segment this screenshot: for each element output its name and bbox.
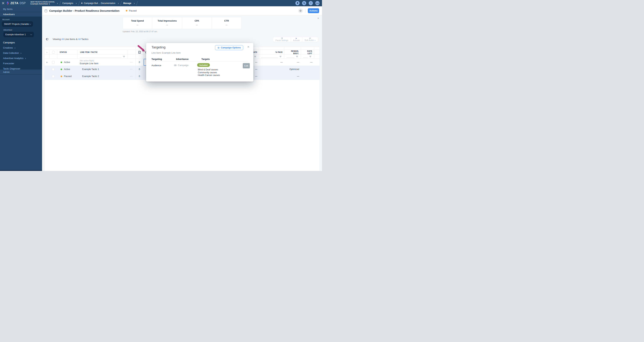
creatives-count-cell[interactable]: 0 [135, 73, 144, 80]
logo-dsp-text: DSP [20, 2, 26, 5]
bulk-action-button[interactable]: Bulk Action ∨ [302, 37, 318, 42]
chevron-right-icon: › [14, 46, 16, 49]
creatives-count-cell[interactable]: 0 [135, 59, 144, 66]
collapse-row-chevron[interactable]: ∨ [44, 59, 49, 66]
target-item: Blind & Deaf causes [198, 68, 220, 71]
chevron-down-icon [30, 33, 32, 35]
row-checkbox[interactable] [52, 68, 54, 71]
breadcrumb-campaigns[interactable]: Campaigns › [62, 2, 77, 5]
modal-close-icon[interactable]: × [247, 45, 250, 49]
breadcrumb-separator [59, 1, 61, 5]
stats-close-icon[interactable]: × [317, 17, 319, 20]
breadcrumb: SMART PROJECTS (VARIABLE MARGIN) Example… [30, 0, 139, 6]
sidebar-item-creatives[interactable]: Creatives › [0, 45, 42, 50]
chevron-right-icon: › [20, 52, 22, 55]
calendar-icon [44, 9, 47, 12]
row-menu-button[interactable]: ••• [128, 73, 135, 80]
sidebar-item-advertiser-analytics[interactable]: Advertiser Analytics › [0, 56, 42, 61]
sidebar-item-data-collection[interactable]: Data Collection › [0, 50, 42, 56]
zeta-dsp-logo[interactable]: ZETA DSP [6, 1, 26, 5]
metric-total-spend: Total Spend -- [123, 17, 152, 29]
chevron-right-icon: › [76, 2, 77, 5]
row-menu-button[interactable]: ••• [128, 66, 135, 73]
content: × Total Spend -- Total Impressions -- CP… [42, 15, 322, 171]
header-divider [305, 9, 306, 13]
filter-icon [280, 56, 282, 58]
edit-button[interactable]: Edit [243, 63, 250, 68]
status-cell: Active [57, 59, 78, 66]
page-header: Campaign Builder - Product Readiness Doc… [42, 6, 322, 15]
page-title: Campaign Builder - Product Readiness Doc… [49, 9, 120, 12]
advertiser-select[interactable]: Example Advertiser 1 [4, 32, 34, 37]
sidebar-item-forecaster[interactable]: Forecaster [0, 61, 42, 66]
viewing-summary: Viewing All Line Items & All Tactics [53, 38, 88, 41]
activate-button[interactable]: ▶ Activate [290, 37, 302, 42]
line-item-name-cell[interactable]: (No active flight) Example Line Item [78, 59, 128, 66]
topbar: ZETA DSP SMART PROJECTS (VARIABLE MARGIN… [0, 0, 322, 6]
tactic-name-cell[interactable]: Example Tactic 2 [78, 73, 128, 80]
filter-icon [254, 56, 256, 58]
pause-settings-button[interactable]: Pause Settings [273, 37, 290, 42]
close-icon[interactable] [0, 2, 6, 4]
updated-timestamp: Updated: Feb. 22, 2023 at 09:17:47 am. [122, 30, 158, 33]
sidebar-item-advertisers[interactable]: Advertisers [0, 12, 42, 17]
filter-remaining-budget[interactable] [284, 55, 300, 59]
breadcrumb-advertiser-name: Example Advertiser 1 [30, 3, 54, 5]
row-checkbox[interactable] [52, 75, 54, 78]
column-header-status[interactable]: STATUS [57, 50, 78, 55]
filter-icon [309, 56, 312, 58]
advertiser-select-value: Example Advertiser 1 [6, 33, 26, 36]
notifications-button[interactable] [296, 1, 300, 5]
status-label: Paused [129, 10, 136, 12]
breadcrumb-manage[interactable]: Manage › [123, 2, 135, 5]
search-button[interactable] [302, 1, 306, 5]
search-icon [303, 2, 305, 4]
bulk-action-icon [309, 37, 311, 39]
row-checkbox[interactable] [52, 61, 54, 64]
sidebar-account-section: Account SMART Projects (Variable M... Ad… [0, 17, 42, 69]
account-select-value: SMART Projects (Variable M... [4, 23, 30, 25]
breadcrumb-advertiser[interactable]: SMART PROJECTS (VARIABLE MARGIN) Example… [30, 1, 58, 5]
filter-icon [296, 56, 298, 58]
breadcrumb-campaign[interactable]: Campaign Buil ... Documentation › [81, 2, 119, 5]
columns-button[interactable] [45, 37, 50, 42]
gear-icon: ⚙ [299, 9, 302, 13]
select-all-checkbox[interactable] [52, 51, 55, 54]
sidebar-item-my-items[interactable]: My Items [0, 6, 42, 12]
actions-button[interactable]: Actions [308, 8, 319, 13]
breadcrumb-separator [136, 1, 138, 5]
column-header-days-left[interactable]: DAYS LEFT [300, 50, 314, 55]
column-header-line-item[interactable]: LINE ITEM / TACTIC [78, 50, 128, 55]
all-line-items-link[interactable]: All [61, 38, 64, 41]
column-header-remaining-budget[interactable]: REMAIN. BDGT. [284, 50, 300, 55]
column-header-pace[interactable]: % PACE [259, 50, 284, 55]
all-tactics-link[interactable]: All [78, 38, 80, 41]
view-toolbar: Viewing All Line Items & All Tactics Pau… [42, 37, 322, 42]
targeting-modal: Targeting ⚙ Campaign Options × Line Item… [146, 43, 253, 82]
expand-all-chevron[interactable]: › [44, 50, 49, 55]
bulk-action-label: Bulk Action ∨ [304, 39, 316, 41]
status-cell: Active [57, 66, 78, 73]
filter-pace[interactable] [259, 55, 284, 59]
settings-button[interactable]: ⚙ [298, 8, 303, 13]
paused-dot-icon [126, 10, 128, 12]
chevron-right-icon: › [134, 2, 135, 5]
campaign-status-dot-icon [81, 3, 82, 4]
campaign-options-button[interactable]: ⚙ Campaign Options [215, 45, 243, 50]
avatar[interactable]: L& [315, 1, 320, 5]
stats-card: Total Spend -- Total Impressions -- CPA … [122, 17, 242, 29]
row-menu-button[interactable]: ••• [128, 59, 135, 66]
account-select[interactable]: SMART Projects (Variable M... [2, 22, 33, 27]
gear-icon: ⚙ [218, 46, 220, 49]
help-button[interactable]: ? [309, 1, 313, 5]
chevron-right-icon: › [57, 2, 58, 5]
modal-title: Targeting [152, 45, 166, 49]
columns-icon [46, 38, 48, 40]
filter-line-item[interactable] [78, 55, 128, 59]
sidebar-item-admin[interactable]: Admin [0, 69, 42, 75]
creatives-count-cell[interactable]: 0 [135, 66, 144, 73]
sidebar-item-campaigns[interactable]: Campaigns [0, 40, 42, 45]
filter-days-left[interactable] [300, 55, 314, 59]
filter-extra[interactable] [314, 55, 320, 59]
tactic-name-cell[interactable]: Example Tactic 1 [78, 66, 128, 73]
